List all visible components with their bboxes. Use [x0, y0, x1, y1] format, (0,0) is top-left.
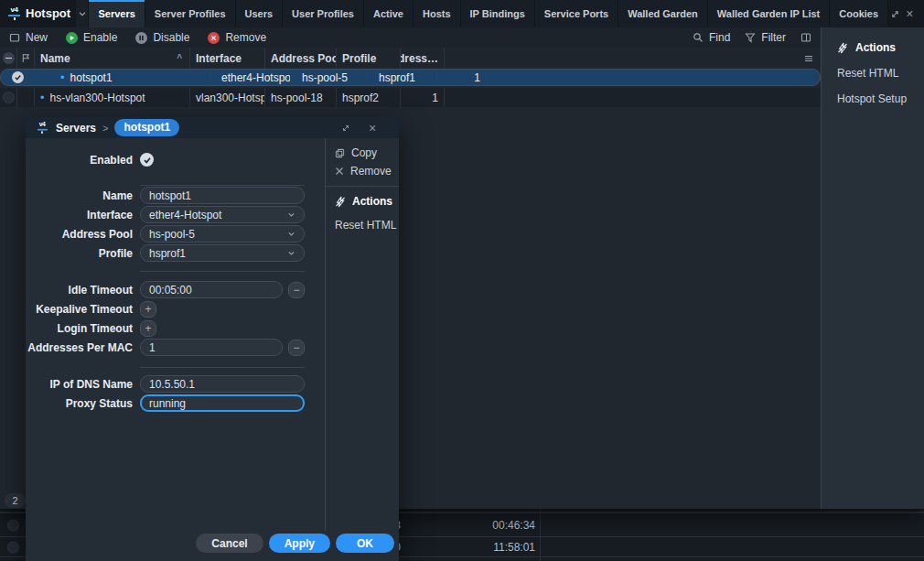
- tab-cookies[interactable]: Cookies: [830, 0, 888, 27]
- tab-bar: Servers Server Profiles Users User Profi…: [89, 0, 888, 27]
- tab-walled-garden-ip-list[interactable]: Walled Garden IP List: [708, 0, 830, 27]
- idle-timeout-input[interactable]: [140, 281, 283, 298]
- field-address-pool: Address Pool hs-pool-5: [26, 224, 325, 243]
- tab-users[interactable]: Users: [236, 0, 284, 27]
- tab-servers[interactable]: Servers: [89, 0, 145, 27]
- tab-active[interactable]: Active: [364, 0, 414, 27]
- row-checkbox[interactable]: [7, 519, 19, 531]
- cancel-button[interactable]: Cancel: [196, 534, 263, 553]
- proxy-status-input[interactable]: [140, 394, 305, 412]
- table-row-hotspot1[interactable]: • hotspot1 ether4-Hotspot hs-pool-5 hspr…: [0, 69, 821, 86]
- profile-cell: hsprof1: [373, 71, 437, 84]
- divider: [140, 271, 305, 272]
- uptime-cell: 00:46:34: [439, 519, 535, 532]
- chevron-down-icon: [287, 210, 295, 219]
- flag-column-icon[interactable]: [17, 48, 35, 69]
- unset-button[interactable]: −: [288, 340, 305, 356]
- select-all-checkbox[interactable]: [0, 48, 17, 69]
- addresses-per-mac-input[interactable]: [140, 339, 283, 356]
- interface-cell: vlan300-Hotsp…: [190, 88, 265, 107]
- pause-icon: [135, 32, 147, 44]
- copy-icon: [335, 148, 345, 158]
- field-login-timeout: Login Timeout +: [26, 318, 325, 338]
- columns-settings-icon[interactable]: [800, 32, 811, 43]
- breadcrumb-root: Servers: [56, 122, 96, 135]
- address-pool-select[interactable]: hs-pool-5: [140, 225, 305, 243]
- filter-button[interactable]: Filter: [745, 31, 786, 44]
- row-count-badge: 2: [5, 493, 26, 508]
- breadcrumb-separator: >: [102, 123, 108, 134]
- detach-window-icon[interactable]: [336, 124, 356, 133]
- action-reset-html[interactable]: Reset HTML: [326, 216, 399, 234]
- winbox-logo-icon: v4: [8, 6, 20, 21]
- tab-service-ports[interactable]: Service Ports: [535, 0, 618, 27]
- remove-menu-item[interactable]: Remove: [326, 162, 399, 180]
- tab-hosts[interactable]: Hosts: [414, 0, 461, 27]
- dialog-side-menu: Copy Remove Actions Reset HTML: [325, 138, 399, 531]
- actions-menu-header: Actions: [326, 192, 399, 210]
- ok-button[interactable]: OK: [336, 534, 394, 553]
- chevron-down-icon: [287, 249, 295, 257]
- field-keepalive-timeout: Keepalive Timeout +: [26, 299, 325, 318]
- tab-ip-bindings[interactable]: IP Bindings: [461, 0, 535, 27]
- breadcrumb-current-pill: hotspot1: [114, 119, 179, 136]
- window-title: Hotspot: [26, 0, 70, 27]
- row-checkbox[interactable]: [0, 88, 17, 107]
- close-icon[interactable]: ×: [362, 121, 382, 135]
- column-header-address-pool[interactable]: Address Pool: [265, 48, 337, 69]
- find-button[interactable]: Find: [693, 31, 730, 44]
- dialog-footer: Cancel Apply OK: [26, 531, 399, 561]
- divider: [140, 367, 305, 368]
- action-hotspot-setup[interactable]: Hotspot Setup: [837, 90, 924, 108]
- enable-button[interactable]: Enable: [66, 31, 117, 44]
- server-form: Enabled Name Interface ether4-Hotspot: [26, 138, 325, 531]
- x-icon: [335, 167, 344, 176]
- action-reset-html[interactable]: Reset HTML: [837, 64, 924, 82]
- actions-panel: Actions Reset HTML Hotspot Setup: [821, 27, 924, 509]
- disable-button[interactable]: Disable: [135, 31, 189, 44]
- status-bullet: •: [40, 91, 45, 104]
- actions-panel-header: Actions: [837, 38, 924, 57]
- chevron-down-icon: [287, 230, 295, 238]
- winbox-logo-icon: v4: [36, 122, 48, 135]
- add-value-button[interactable]: +: [140, 320, 156, 337]
- tab-server-profiles[interactable]: Server Profiles: [145, 0, 236, 27]
- lightning-icon: [335, 196, 346, 208]
- field-proxy-status: Proxy Status: [26, 394, 325, 413]
- tab-user-profiles[interactable]: User Profiles: [283, 0, 364, 27]
- table-row-hs-vlan300[interactable]: • hs-vlan300-Hotspot vlan300-Hotsp… hs-p…: [0, 88, 821, 107]
- column-header-addresses[interactable]: Address…: [401, 48, 445, 69]
- x-icon: [208, 32, 220, 44]
- row-checkbox[interactable]: [7, 541, 19, 553]
- row-checkbox[interactable]: [9, 71, 27, 83]
- play-icon: [66, 32, 78, 44]
- chevron-down-icon[interactable]: [76, 0, 89, 27]
- close-icon[interactable]: ×: [903, 0, 917, 27]
- sort-asc-icon: ^: [177, 53, 184, 63]
- unset-button[interactable]: −: [288, 282, 305, 298]
- tab-walled-garden[interactable]: Walled Garden: [618, 0, 708, 27]
- name-input[interactable]: [140, 187, 305, 204]
- apply-button[interactable]: Apply: [269, 534, 330, 553]
- new-button[interactable]: New: [9, 31, 48, 44]
- header-menu-icon[interactable]: [445, 48, 821, 69]
- detach-window-icon[interactable]: [888, 0, 902, 27]
- name-cell: • hs-vlan300-Hotspot: [35, 88, 190, 107]
- address-pool-cell: hs-pool-5: [296, 71, 368, 84]
- profile-select[interactable]: hsprof1: [140, 244, 305, 262]
- address-pool-cell: hs-pool-18: [265, 88, 337, 107]
- column-header-interface[interactable]: Interface: [190, 48, 265, 69]
- profile-cell: hsprof2: [337, 88, 401, 107]
- column-header-profile[interactable]: Profile: [337, 48, 401, 69]
- column-header-name[interactable]: Name ^: [35, 48, 190, 69]
- ip-of-dns-name-input[interactable]: [140, 375, 305, 393]
- flag-cell: [17, 88, 35, 107]
- copy-menu-item[interactable]: Copy: [326, 144, 399, 162]
- remove-button[interactable]: Remove: [208, 31, 266, 44]
- add-value-button[interactable]: +: [140, 301, 156, 318]
- lightning-icon: [837, 42, 848, 54]
- dialog-titlebar: v4 Servers > hotspot1 ×: [26, 117, 399, 138]
- interface-select[interactable]: ether4-Hotspot: [140, 206, 305, 223]
- enabled-checkbox[interactable]: [140, 153, 154, 167]
- field-idle-timeout: Idle Timeout −: [26, 280, 325, 299]
